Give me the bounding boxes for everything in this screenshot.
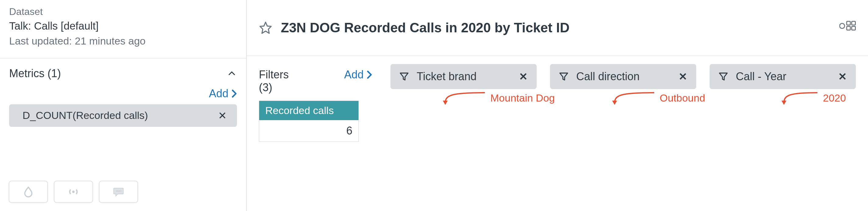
svg-marker-12	[719, 73, 727, 80]
filter-chips: Ticket brand ✕ Call direction ✕ Call - Y…	[391, 64, 856, 89]
funnel-icon	[718, 71, 728, 82]
metric-pill[interactable]: D_COUNT(Recorded calls) ✕	[9, 104, 237, 127]
filters-add-label: Add	[344, 68, 364, 81]
metric-pill-label: D_COUNT(Recorded calls)	[23, 109, 148, 121]
filter-chip-label: Call - Year	[736, 70, 828, 83]
svg-marker-10	[400, 73, 408, 80]
result-value: 6	[259, 120, 359, 141]
funnel-icon	[399, 71, 409, 82]
filter-chip-label: Ticket brand	[416, 70, 508, 83]
layout-icon[interactable]	[839, 21, 854, 35]
sidebar: Dataset Talk: Calls [default] Last updat…	[0, 0, 247, 211]
sidebar-footer	[0, 173, 246, 211]
dataset-updated: Last updated: 21 minutes ago	[9, 33, 237, 49]
filter-chip-remove[interactable]: ✕	[676, 69, 690, 84]
main: Z3N DOG Recorded Calls in 2020 by Ticket…	[247, 0, 868, 211]
svg-marker-11	[560, 73, 568, 80]
filter-chip-label: Call direction	[576, 70, 668, 83]
chevron-up-icon[interactable]	[226, 68, 237, 79]
filter-chip-call-direction[interactable]: Call direction ✕	[550, 64, 696, 89]
svg-rect-9	[852, 27, 856, 30]
svg-point-3	[120, 190, 121, 191]
svg-point-1	[116, 190, 118, 191]
result-cell: Recorded calls 6	[259, 101, 359, 142]
filters-add-button[interactable]: Add	[344, 64, 372, 81]
filters-label: Filters (3)	[259, 64, 296, 94]
title-bar: Z3N DOG Recorded Calls in 2020 by Ticket…	[247, 0, 868, 56]
svg-point-0	[72, 190, 74, 193]
funnel-icon	[559, 71, 569, 82]
dataset-name: Talk: Calls [default]	[9, 18, 237, 34]
svg-marker-4	[260, 22, 271, 33]
star-icon[interactable]	[259, 21, 272, 34]
live-icon-button[interactable]	[54, 181, 93, 203]
result-area: Recorded calls 6	[247, 94, 868, 142]
filters-row: Filters (3) Add Ticket brand ✕ Cal	[247, 56, 868, 94]
svg-rect-6	[847, 21, 850, 25]
filter-chip-remove[interactable]: ✕	[516, 69, 531, 84]
metrics-block: Metrics (1) Add D_COUNT(Recorded calls) …	[0, 58, 246, 173]
metrics-title: Metrics (1)	[9, 67, 61, 80]
comment-icon-button[interactable]	[99, 181, 138, 203]
comment-icon	[112, 185, 125, 198]
page-title: Z3N DOG Recorded Calls in 2020 by Ticket…	[281, 20, 839, 35]
dataset-block: Dataset Talk: Calls [default] Last updat…	[0, 0, 246, 58]
chevron-right-icon	[367, 70, 372, 79]
metrics-add-label: Add	[209, 87, 228, 100]
dataset-label: Dataset	[9, 5, 237, 18]
filter-chip-ticket-brand[interactable]: Ticket brand ✕	[391, 64, 537, 89]
broadcast-icon	[67, 185, 80, 199]
result-header: Recorded calls	[259, 101, 359, 120]
chevron-right-icon	[231, 89, 237, 98]
drop-icon	[22, 186, 34, 198]
svg-rect-8	[847, 27, 850, 30]
metrics-add-button[interactable]: Add	[209, 87, 237, 100]
svg-point-2	[118, 190, 119, 191]
filter-chip-remove[interactable]: ✕	[835, 69, 850, 84]
filter-chip-call-year[interactable]: Call - Year ✕	[710, 64, 856, 89]
svg-rect-7	[852, 21, 856, 25]
svg-point-5	[840, 24, 845, 29]
metric-remove-button[interactable]: ✕	[216, 108, 229, 124]
drop-icon-button[interactable]	[8, 181, 48, 203]
